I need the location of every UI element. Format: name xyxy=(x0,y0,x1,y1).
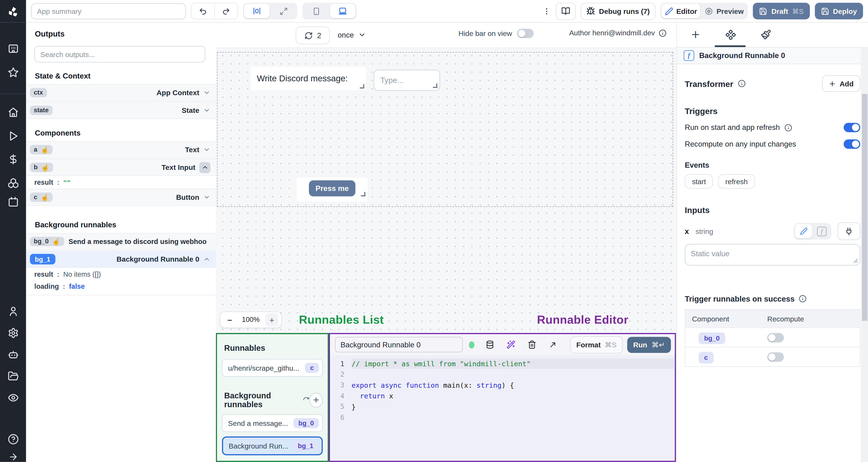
draft-button[interactable]: Draft ⌘S xyxy=(753,3,810,20)
output-row-state[interactable]: state State xyxy=(26,102,216,119)
recompute-toggle[interactable] xyxy=(844,139,860,149)
debug-runs-button[interactable]: Debug runs (7) xyxy=(581,2,655,20)
zoom-out-button[interactable]: − xyxy=(223,315,236,325)
runnable-item-script[interactable]: u/henri/scrape_githu... c xyxy=(222,359,323,377)
sidebar-audit-icon[interactable] xyxy=(7,392,19,403)
format-button[interactable]: Format ⌘S xyxy=(570,336,623,353)
scrollbar-thumb[interactable] xyxy=(862,94,867,321)
info-icon[interactable] xyxy=(659,29,667,37)
deploy-button[interactable]: Deploy xyxy=(815,3,863,20)
sidebar-resources-icon[interactable] xyxy=(7,177,19,189)
interval-select[interactable]: once xyxy=(334,27,369,43)
info-icon[interactable] xyxy=(799,295,807,303)
static-value-textarea[interactable]: Static value xyxy=(685,244,860,265)
center-layout-button[interactable] xyxy=(244,4,270,18)
code-line[interactable]: 4 return x xyxy=(330,391,675,401)
sidebar-home-icon[interactable] xyxy=(7,107,19,118)
code-line[interactable]: 2 xyxy=(330,369,675,380)
resize-handle[interactable] xyxy=(360,84,364,89)
chevron-down-icon[interactable] xyxy=(203,89,210,96)
textarea-resize-grip[interactable] xyxy=(853,258,858,263)
hide-bar-label: Hide bar on view xyxy=(459,29,512,38)
outputs-title: Outputs xyxy=(26,22,216,38)
theme-tab-icon[interactable] xyxy=(761,29,771,40)
sidebar-variables-icon[interactable] xyxy=(7,154,19,165)
tab-editor[interactable]: Editor xyxy=(661,4,701,18)
eval-mode-button[interactable]: f xyxy=(813,224,830,238)
hide-bar-toggle[interactable] xyxy=(517,29,534,38)
info-icon[interactable] xyxy=(738,80,745,88)
run-button[interactable]: Run ⌘↵ xyxy=(627,336,671,353)
delete-icon[interactable] xyxy=(528,340,536,349)
code-editor[interactable]: 1// import * as wmill from "windmill-cli… xyxy=(330,355,675,423)
resize-handle[interactable] xyxy=(361,192,365,196)
outputs-panel: Outputs State & Context ctx App Context … xyxy=(26,22,216,462)
cache-icon[interactable] xyxy=(486,340,494,349)
run-on-start-toggle[interactable] xyxy=(844,123,860,132)
resize-handle[interactable] xyxy=(433,84,437,88)
mobile-view-button[interactable] xyxy=(303,4,329,18)
refresh-count-button[interactable]: 2 xyxy=(296,27,330,44)
scrollbar-track[interactable] xyxy=(861,47,868,462)
sidebar-schedules-icon[interactable] xyxy=(7,196,19,207)
desktop-view-button[interactable] xyxy=(330,4,355,18)
b-result-row[interactable]: result: "" xyxy=(26,176,216,189)
expand-icon[interactable] xyxy=(549,340,557,349)
connect-input-button[interactable] xyxy=(837,223,860,240)
bg1-loading-row[interactable]: loading: false xyxy=(26,280,216,295)
sidebar-workers-icon[interactable] xyxy=(7,349,19,360)
output-row-bg1[interactable]: bg_1 Background Runnable 0 xyxy=(26,251,216,268)
sidebar-runs-icon[interactable] xyxy=(7,131,19,141)
insert-tab-icon[interactable] xyxy=(690,29,701,40)
output-row-b[interactable]: b☝ Text Input xyxy=(26,159,216,176)
press-me-button[interactable]: Press me xyxy=(309,180,355,196)
sidebar-settings-icon[interactable] xyxy=(7,328,19,338)
event-refresh-pill[interactable]: refresh xyxy=(718,174,755,189)
fullwidth-layout-button[interactable] xyxy=(271,4,296,18)
sidebar-folders-icon[interactable] xyxy=(7,371,19,382)
bg1-result-row[interactable]: result: No items ([]) xyxy=(26,268,216,280)
info-icon[interactable] xyxy=(784,124,792,132)
code-line[interactable]: 3export async function main(x: string) { xyxy=(330,380,675,391)
windmill-logo-icon[interactable] xyxy=(7,6,19,18)
static-mode-button[interactable] xyxy=(795,224,812,238)
more-menu-icon[interactable] xyxy=(542,7,551,15)
runnable-item-bg1-selected[interactable]: Background Run... bg_1 xyxy=(222,436,323,455)
sidebar-user-icon[interactable] xyxy=(7,306,19,317)
row-recompute-toggle[interactable] xyxy=(767,352,784,362)
sidebar-apps-icon[interactable] xyxy=(7,43,19,54)
app-summary-input[interactable] xyxy=(31,3,186,19)
redo-button[interactable] xyxy=(214,3,238,19)
code-line[interactable]: 5} xyxy=(330,401,675,412)
runnable-item-bg0[interactable]: Send a message... bg_0 xyxy=(222,415,323,432)
textinput-component[interactable]: Type... xyxy=(374,70,440,91)
add-background-runnable-button[interactable] xyxy=(310,393,323,407)
row-recompute-toggle[interactable] xyxy=(767,333,784,342)
output-row-a[interactable]: a☝ Text xyxy=(26,141,216,158)
output-row-c[interactable]: c☝ Button xyxy=(26,189,216,206)
undo-button[interactable] xyxy=(191,3,214,19)
event-start-pill[interactable]: start xyxy=(685,174,713,189)
code-line[interactable]: 1// import * as wmill from "windmill-cli… xyxy=(330,358,675,369)
canvas-grid[interactable]: Write Discord message: Type... Press me … xyxy=(216,47,676,462)
text-component[interactable]: Write Discord message: xyxy=(251,67,366,90)
runnable-name-input[interactable] xyxy=(335,337,463,352)
chevron-up-icon[interactable] xyxy=(203,256,210,263)
zoom-in-button[interactable]: + xyxy=(265,313,278,326)
code-line[interactable]: 6 xyxy=(330,412,675,423)
search-outputs-input[interactable] xyxy=(34,46,205,63)
ai-wand-icon[interactable] xyxy=(506,340,516,349)
sidebar-collapse-icon[interactable] xyxy=(8,452,18,462)
output-row-ctx[interactable]: ctx App Context xyxy=(26,84,216,101)
chevron-down-icon[interactable] xyxy=(203,146,210,153)
chevron-down-icon[interactable] xyxy=(203,194,210,201)
add-transformer-button[interactable]: Add xyxy=(822,75,860,92)
output-row-bg0[interactable]: bg_0☝ Send a message to discord using we… xyxy=(26,233,216,250)
settings-tab-icon[interactable] xyxy=(725,29,736,40)
chevron-up-icon[interactable] xyxy=(199,162,210,173)
tab-preview[interactable]: Preview xyxy=(702,4,747,18)
sidebar-help-icon[interactable] xyxy=(7,434,19,445)
sidebar-favorites-icon[interactable] xyxy=(7,67,19,78)
chevron-down-icon[interactable] xyxy=(203,107,210,114)
docs-button[interactable] xyxy=(556,2,576,20)
